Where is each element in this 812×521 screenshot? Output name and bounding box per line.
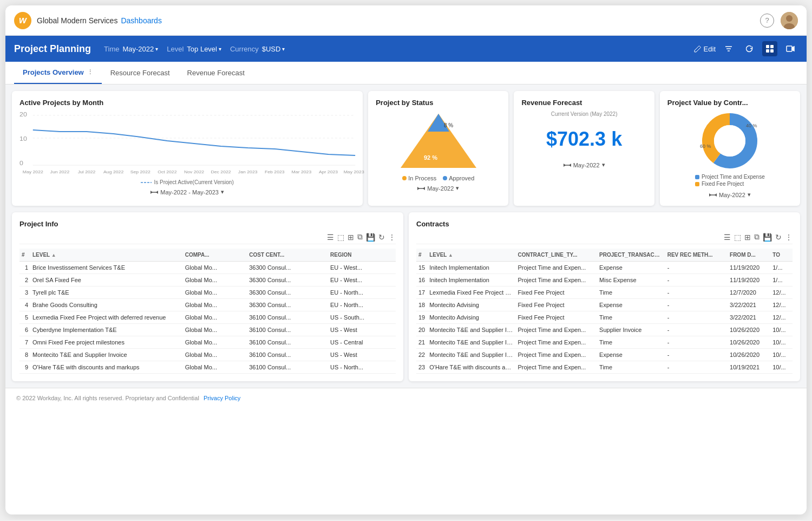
level-filter-value[interactable]: Top Level ▾ bbox=[187, 45, 221, 53]
tab-menu-icon[interactable]: ⋮ bbox=[87, 69, 93, 76]
chart-legend: Is Project Active(Current Version) bbox=[19, 179, 355, 185]
header-actions: Edit bbox=[694, 41, 798, 56]
svg-marker-11 bbox=[792, 47, 794, 51]
table-row[interactable]: 15 Initech Implementation Project Time a… bbox=[416, 262, 793, 274]
expand-icon[interactable]: ⊞ bbox=[348, 233, 354, 242]
table-row[interactable]: 1 Brice Investissement Services T&E Glob… bbox=[19, 262, 396, 274]
table-row[interactable]: 18 Montecito Advising Fixed Fee Project … bbox=[416, 299, 793, 311]
svg-text:8 %: 8 % bbox=[444, 122, 453, 128]
col-rev-rec[interactable]: REV REC METH... bbox=[665, 249, 728, 262]
project-info-table: # LEVEL ▲ COMPA... COST CENT... REGION 1… bbox=[19, 249, 396, 374]
table-row[interactable]: 4 Brahe Goods Consulting Global Mo... 36… bbox=[19, 299, 396, 311]
svg-rect-7 bbox=[770, 45, 774, 48]
svg-point-1 bbox=[786, 15, 793, 22]
save-contracts-icon[interactable]: 💾 bbox=[763, 233, 772, 242]
refresh-contracts-icon[interactable]: ↻ bbox=[775, 233, 782, 242]
col-company[interactable]: COMPA... bbox=[183, 249, 247, 262]
table-row[interactable]: 8 Montecito T&E and Supplier Invoice Glo… bbox=[19, 349, 396, 361]
revenue-forecast-card: Revenue Forecast Current Version (May 20… bbox=[514, 91, 654, 206]
project-info-card: Project Info ☰ ⬚ ⊞ ⧉ 💾 ↻ ⋮ # LEVEL ▲ bbox=[12, 212, 403, 381]
svg-text:Aug 2022: Aug 2022 bbox=[103, 170, 123, 174]
export-icon[interactable]: ⬚ bbox=[337, 233, 344, 242]
col-from-date[interactable]: FROM D... bbox=[728, 249, 770, 262]
currency-chevron-icon: ▾ bbox=[282, 46, 285, 52]
privacy-policy-link[interactable]: Privacy Policy bbox=[204, 395, 240, 401]
table-row[interactable]: 2 Orel SA Fixed Fee Global Mo... 36300 C… bbox=[19, 274, 396, 286]
approved-dot bbox=[443, 176, 447, 180]
svg-text:Feb 2023: Feb 2023 bbox=[265, 170, 285, 174]
currency-filter-value[interactable]: $USD ▾ bbox=[262, 45, 285, 53]
refresh-table-icon[interactable]: ↻ bbox=[378, 233, 385, 242]
status-filter[interactable]: May-2022 ▾ bbox=[417, 185, 459, 192]
table-row[interactable]: 23 O'Hare T&E with discounts and markups… bbox=[416, 361, 793, 374]
level-chevron-icon: ▾ bbox=[219, 46, 221, 52]
tab-projects-overview[interactable]: Projects Overview ⋮ bbox=[14, 62, 102, 84]
table-row[interactable]: 9 O'Hare T&E with discounts and markups … bbox=[19, 361, 396, 374]
charts-row: Active Projects by Month 20 10 0 bbox=[12, 91, 800, 206]
filter-icon-button[interactable] bbox=[721, 41, 736, 56]
edit-button[interactable]: Edit bbox=[694, 45, 716, 53]
col-level[interactable]: LEVEL ▲ bbox=[30, 249, 183, 262]
table-row[interactable]: 17 Lexmedia Fixed Fee Project with defer… bbox=[416, 286, 793, 299]
table-row[interactable]: 22 Montecito T&E and Supplier Invoice Pr… bbox=[416, 349, 793, 361]
dashboards-link[interactable]: Dashboards bbox=[121, 16, 162, 25]
col-to[interactable]: TO bbox=[770, 249, 793, 262]
save-icon[interactable]: 💾 bbox=[366, 233, 375, 242]
project-value-card: Project Value by Contr... 60 % 40 % bbox=[660, 91, 800, 206]
more-contracts-icon[interactable]: ⋮ bbox=[785, 233, 793, 242]
project-value-filter[interactable]: May-2022 ▾ bbox=[709, 191, 751, 198]
revenue-filter[interactable]: May-2022 ▾ bbox=[521, 161, 646, 168]
table-row[interactable]: 6 Cyberdyne Implementation T&E Global Mo… bbox=[19, 324, 396, 336]
grid-view-button[interactable] bbox=[762, 41, 777, 56]
more-options-icon[interactable]: ⋮ bbox=[388, 233, 396, 242]
svg-text:Oct 2022: Oct 2022 bbox=[158, 170, 176, 174]
donut-chart: 60 % 40 % Project Time and Expense Fixed… bbox=[667, 111, 793, 198]
contracts-title: Contracts bbox=[416, 220, 793, 228]
svg-text:20: 20 bbox=[19, 112, 27, 118]
copy-icon[interactable]: ⧉ bbox=[357, 232, 363, 242]
table-row[interactable]: 3 Tyrell plc T&E Global Mo... 36300 Cons… bbox=[19, 286, 396, 299]
chart-time-filter[interactable]: May-2022 - May-2023 ▾ bbox=[19, 188, 355, 196]
table-row[interactable]: 5 Lexmedia Fixed Fee Project with deferr… bbox=[19, 311, 396, 324]
tables-row: Project Info ☰ ⬚ ⊞ ⧉ 💾 ↻ ⋮ # LEVEL ▲ bbox=[12, 212, 800, 381]
table-row[interactable]: 16 Initech Implementation Project Time a… bbox=[416, 274, 793, 286]
svg-text:60 %: 60 % bbox=[700, 144, 711, 149]
svg-marker-33 bbox=[150, 191, 153, 194]
col-contract-level[interactable]: LEVEL ▲ bbox=[427, 249, 515, 262]
svg-marker-34 bbox=[156, 191, 158, 194]
svg-rect-9 bbox=[770, 49, 774, 53]
help-icon[interactable]: ? bbox=[760, 14, 774, 28]
svg-text:Dec 2022: Dec 2022 bbox=[211, 170, 231, 174]
user-avatar[interactable] bbox=[781, 12, 798, 29]
col-region[interactable]: REGION bbox=[328, 249, 396, 262]
copy-contracts-icon[interactable]: ⧉ bbox=[754, 232, 759, 242]
chart-filter-chevron: ▾ bbox=[221, 188, 224, 196]
svg-text:Jul 2022: Jul 2022 bbox=[78, 170, 96, 174]
col-cost-center[interactable]: COST CENT... bbox=[247, 249, 328, 262]
video-icon-button[interactable] bbox=[783, 41, 798, 56]
svg-marker-43 bbox=[564, 164, 566, 167]
table-row[interactable]: 21 Montecito T&E and Supplier Invoice Pr… bbox=[416, 336, 793, 349]
level-filter: Level Top Level ▾ bbox=[167, 45, 221, 53]
filter-contracts-icon[interactable]: ☰ bbox=[724, 233, 731, 242]
revenue-value: $702.3 k bbox=[521, 128, 646, 151]
export-contracts-icon[interactable]: ⬚ bbox=[734, 233, 741, 242]
nav-right: ? bbox=[760, 12, 798, 29]
project-info-title: Project Info bbox=[19, 220, 396, 228]
table-row[interactable]: 7 Omni Fixed Fee project milestones Glob… bbox=[19, 336, 396, 349]
col-contract-num: # bbox=[416, 249, 427, 262]
tab-revenue-forecast[interactable]: Revenue Forecast bbox=[179, 62, 253, 84]
active-projects-card: Active Projects by Month 20 10 0 bbox=[12, 91, 363, 206]
expand-contracts-icon[interactable]: ⊞ bbox=[744, 233, 751, 242]
refresh-icon-button[interactable] bbox=[742, 41, 757, 56]
col-contract-type[interactable]: CONTRACT_LINE_TY... bbox=[515, 249, 597, 262]
top-nav: w Global Modern Services Dashboards ? bbox=[5, 5, 807, 36]
tab-resource-forecast[interactable]: Resource Forecast bbox=[102, 62, 179, 84]
col-project-trans[interactable]: PROJECT_TRANSACTI... bbox=[597, 249, 665, 262]
status-chart: 8 % 92 % In Process Approved May-2022 ▾ bbox=[376, 111, 501, 192]
revenue-subtitle: Current Version (May 2022) bbox=[521, 111, 646, 117]
table-row[interactable]: 19 Montecito Advising Fixed Fee Project … bbox=[416, 311, 793, 324]
table-row[interactable]: 20 Montecito T&E and Supplier Invoice Pr… bbox=[416, 324, 793, 336]
time-filter-value[interactable]: May-2022 ▾ bbox=[122, 45, 158, 53]
filter-table-icon[interactable]: ☰ bbox=[327, 233, 334, 242]
